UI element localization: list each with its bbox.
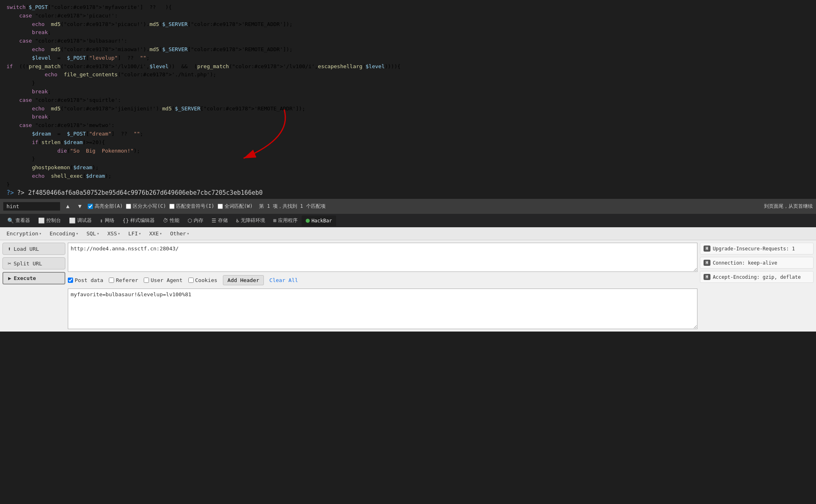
devtool-tab-storage[interactable]: ☰ 存储 [207,215,232,226]
devtool-tab-network[interactable]: ↕ 网络 [96,215,119,226]
xxe-label: XXE [149,230,159,237]
post-data-input[interactable] [68,289,697,329]
header-value-1: Upgrade-Insecure-Requests: 1 [713,246,795,252]
header-badge-2: H [704,260,710,266]
encoding-menu[interactable]: Encoding ▾ [46,229,82,238]
encryption-label: Encryption [6,230,38,237]
lfi-menu[interactable]: LFI ▾ [125,229,145,238]
perf-label: 性能 [170,217,179,224]
case-sensitive-option[interactable]: 区分大小写(C) [126,203,166,210]
whole-word-label: 全词匹配(W) [225,203,253,210]
hackbar-menubar: Encryption ▾ Encoding ▾ SQL ▾ XSS ▾ LFI … [0,227,816,240]
devtool-tab-perf[interactable]: ⏱ 性能 [159,215,183,226]
add-header-button[interactable]: Add Header [223,275,263,285]
debugger-icon: ⬜ [69,218,76,224]
memory-label: 内存 [194,217,203,224]
header-value-2: Connection: keep-alive [713,260,777,266]
network-icon: ↕ [100,218,103,224]
other-label: Other [170,230,186,237]
application-icon: ⊞ [273,218,276,224]
user-agent-option[interactable]: User Agent [144,277,182,283]
devtool-tab-console[interactable]: ⬜ 控制台 [34,215,65,226]
xxe-arrow-icon: ▾ [160,231,162,236]
header-row-3: H Accept-Encoding: gzip, deflate [700,271,814,283]
highlight-all-option[interactable]: 高亮全部(A) [88,203,123,210]
url-input[interactable] [68,243,697,272]
split-url-label: Split URL [13,261,42,267]
xss-menu[interactable]: XSS ▾ [104,229,123,238]
style-icon: {} [123,218,129,224]
devtool-tab-style[interactable]: {} 样式编辑器 [119,215,159,226]
network-label: 网络 [105,217,114,224]
post-data-option[interactable]: Post data [68,277,103,283]
debugger-label: 调试器 [77,217,92,224]
xxe-menu[interactable]: XXE ▾ [146,229,166,238]
lfi-label: LFI [128,230,138,237]
encoding-arrow-icon: ▾ [76,231,78,236]
search-up-btn[interactable]: ▲ [63,202,72,210]
user-agent-checkbox[interactable] [144,278,149,283]
hackbar-dot-icon [306,219,310,223]
cookies-checkbox[interactable] [188,278,194,283]
split-url-icon: ✂ [8,260,11,267]
hackbar-left-panel: ⬆ Load URL ✂ Split URL ▶ Execute [2,243,65,329]
encoding-label: Encoding [50,230,75,237]
load-url-icon: ⬆ [8,246,11,252]
other-menu[interactable]: Other ▾ [167,229,192,238]
devtool-tab-accessibility[interactable]: ♿ 无障碍环境 [232,215,269,226]
referer-option[interactable]: Referer [109,277,138,283]
split-url-button[interactable]: ✂ Split URL [2,257,65,269]
php-close-tag: ?> [6,189,14,196]
sql-menu[interactable]: SQL ▾ [83,229,103,238]
devtool-tab-hackbar[interactable]: HackBar [302,215,336,226]
execute-label: Execute [14,275,36,281]
inspector-label: 查看器 [15,217,30,224]
referer-checkbox[interactable] [109,278,114,283]
hash-value: ?> 2f4850466af6a0a50752be95d64c9976b267d… [17,189,263,196]
devtool-tab-memory[interactable]: ⬡ 内存 [183,215,207,226]
execute-button[interactable]: ▶ Execute [2,272,65,284]
console-icon: ⬜ [38,218,45,224]
accent-label: 匹配变音符号(I) [176,203,214,210]
application-label: 应用程序 [278,217,298,224]
header-badge-1: H [704,246,710,252]
header-row-1: H Upgrade-Insecure-Requests: 1 [700,243,814,254]
accessibility-label: 无障碍环境 [241,217,265,224]
search-input[interactable] [3,202,60,211]
sql-label: SQL [86,230,96,237]
search-nav: 到页面尾，从页首继续 [764,203,813,210]
devtool-tab-inspector[interactable]: 🔍 查看器 [3,215,34,226]
xss-label: XSS [107,230,117,237]
devtool-tab-application[interactable]: ⊞ 应用程序 [269,215,302,226]
cookies-label: Cookies [195,277,218,283]
devtool-tab-debugger[interactable]: ⬜ 调试器 [65,215,96,226]
referer-label: Referer [116,277,138,283]
style-label: 样式编辑器 [130,217,155,224]
memory-icon: ⬡ [188,218,192,224]
cookies-option[interactable]: Cookies [188,277,218,283]
hackbar-panel: Encryption ▾ Encoding ▾ SQL ▾ XSS ▾ LFI … [0,227,816,332]
accent-option[interactable]: 匹配变音符号(I) [169,203,214,210]
header-value-3: Accept-Encoding: gzip, deflate [713,274,801,280]
hackbar-content: ⬆ Load URL ✂ Split URL ▶ Execute Post da… [0,240,816,332]
xss-arrow-icon: ▾ [118,231,120,236]
encryption-menu[interactable]: Encryption ▾ [3,229,45,238]
inspector-icon: 🔍 [7,218,14,224]
user-agent-label: User Agent [151,277,182,283]
clear-all-link[interactable]: Clear All [270,277,298,283]
hackbar-center-panel: Post data Referer User Agent Cookies Add… [68,243,697,329]
case-label: 区分大小写(C) [133,203,166,210]
other-arrow-icon: ▾ [187,231,189,236]
whole-word-option[interactable]: 全词匹配(W) [218,203,253,210]
hackbar-right-panel: H Upgrade-Insecure-Requests: 1 H Connect… [700,243,814,329]
hash-line: ?> ?> 2f4850466af6a0a50752be95d64c9976b2… [0,187,816,199]
code-area: switch($_POST["color:#ce9178">'myfavorit… [0,0,816,187]
post-data-label: Post data [75,277,103,283]
storage-icon: ☰ [212,218,216,224]
search-down-btn[interactable]: ▼ [76,202,84,210]
lfi-arrow-icon: ▾ [138,231,141,236]
accessibility-icon: ♿ [236,218,239,224]
post-data-checkbox[interactable] [68,278,73,283]
load-url-button[interactable]: ⬆ Load URL [2,243,65,255]
search-bar: ▲ ▼ 高亮全部(A) 区分大小写(C) 匹配变音符号(I) 全词匹配(W) 第… [0,199,816,213]
